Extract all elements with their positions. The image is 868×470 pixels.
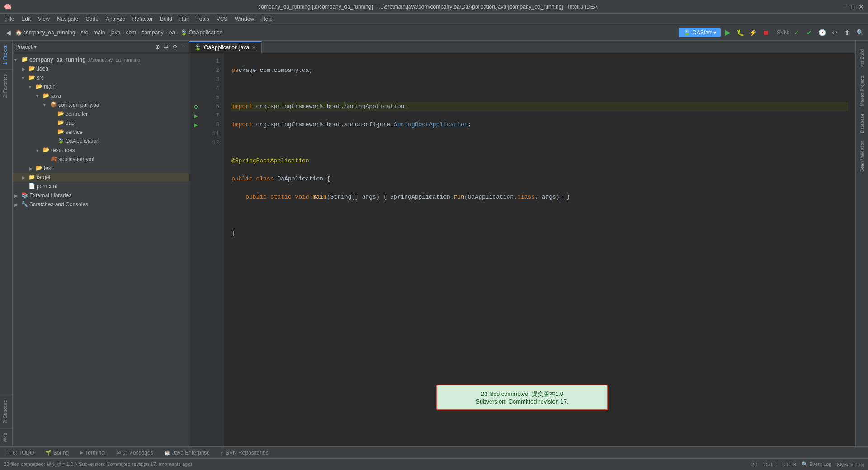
- event-log-button[interactable]: 🔍 Event Log: [802, 461, 832, 467]
- tab-icon: 🍃: [194, 44, 201, 51]
- tab-messages[interactable]: ✉ 0: Messages: [114, 449, 156, 457]
- run-gutter-6[interactable]: ⊕: [194, 102, 198, 111]
- minimize-button[interactable]: ─: [842, 4, 848, 10]
- mybatis-log-button[interactable]: MyBatis Log: [837, 462, 864, 467]
- svn-push-button[interactable]: ⬆: [842, 27, 853, 38]
- tree-item-root[interactable]: ▾ 📁 company_oa_running J:\company_oa_run…: [13, 55, 189, 64]
- sidebar-item-web[interactable]: Web: [0, 428, 12, 446]
- tree-item-application-yml[interactable]: ▶ 🍂 application.yml: [13, 155, 189, 164]
- spring-icon: 🌱: [45, 450, 52, 456]
- stop-button[interactable]: ⏹: [760, 27, 771, 38]
- tree-item-dao[interactable]: ▶ 📂 dao: [13, 119, 189, 128]
- menu-build[interactable]: Build: [156, 15, 176, 23]
- svn-history-button[interactable]: 🕐: [816, 27, 827, 38]
- tree-item-java[interactable]: ▾ 📂 java: [13, 91, 189, 100]
- todo-icon: ☑: [6, 450, 11, 456]
- menu-analyze[interactable]: Analyze: [102, 15, 129, 23]
- gutter-7: ▶: [189, 111, 203, 120]
- tree-item-scratches[interactable]: ▶ 🔧 Scratches and Consoles: [13, 200, 189, 209]
- menu-run[interactable]: Run: [176, 15, 193, 23]
- gutter-2: [189, 66, 203, 75]
- status-position[interactable]: 2:1: [751, 462, 758, 467]
- editor-area: 🍃 OaApplication.java ✕ ⊕ ▶: [189, 41, 855, 446]
- tree-item-controller[interactable]: ▶ 📂 controller: [13, 109, 189, 119]
- project-add-button[interactable]: ⊕: [154, 43, 161, 51]
- tree-item-package[interactable]: ▾ 📦 com.company.oa: [13, 100, 189, 109]
- database-button[interactable]: Database: [857, 108, 868, 139]
- close-button[interactable]: ✕: [858, 4, 864, 10]
- code-line-2: [231, 84, 848, 93]
- menu-tools[interactable]: Tools: [193, 15, 213, 23]
- tree-item-src[interactable]: ▾ 📂 src: [13, 73, 189, 82]
- run-config-icon: 🍃: [684, 29, 690, 36]
- code-line-6: @SpringBootApplication: [231, 157, 848, 166]
- project-sync-button[interactable]: ⇄: [163, 43, 170, 51]
- code-line-4: import org.springframework.boot.autoconf…: [231, 120, 848, 129]
- bean-validation-button[interactable]: Bean Validation: [857, 140, 868, 172]
- svn-tick-button[interactable]: ✔: [804, 27, 815, 38]
- tree-item-target[interactable]: ▶ 📁 target: [13, 173, 189, 182]
- status-encoding[interactable]: CRLF: [764, 462, 777, 467]
- breadcrumb-class[interactable]: 🍃 OaApplication: [180, 29, 222, 36]
- java-enterprise-label: Java Enterprise: [172, 450, 210, 456]
- menu-navigate[interactable]: Navigate: [53, 15, 82, 23]
- maven-projects-button[interactable]: Maven Projects: [857, 75, 868, 107]
- menu-window[interactable]: Window: [231, 15, 258, 23]
- breadcrumb-project[interactable]: 🏠: [15, 29, 22, 36]
- tree-item-resources[interactable]: ▾ 📂 resources: [13, 146, 189, 155]
- run-gutter-8[interactable]: ▶: [194, 120, 198, 129]
- project-minimize-button[interactable]: −: [180, 43, 186, 51]
- sidebar-item-favorites[interactable]: 2: Favorites: [0, 69, 12, 102]
- tree-item-idea[interactable]: ▶ 📂 .idea: [13, 64, 189, 73]
- menu-file[interactable]: File: [2, 15, 18, 23]
- project-settings-button[interactable]: ⚙: [171, 43, 179, 51]
- tab-oaapplication[interactable]: 🍃 OaApplication.java ✕: [189, 41, 262, 53]
- sidebar-item-project[interactable]: 1: Project: [0, 41, 12, 69]
- maximize-button[interactable]: □: [850, 4, 856, 10]
- tab-spring[interactable]: 🌱 Spring: [42, 449, 72, 457]
- tree-item-pom-xml[interactable]: ▶ 📄 pom.xml: [13, 182, 189, 191]
- tab-todo[interactable]: ☑ 6: TODO: [4, 449, 37, 457]
- tree-item-external-libraries[interactable]: ▶ 📚 External Libraries: [13, 191, 189, 200]
- menu-view[interactable]: View: [34, 15, 53, 23]
- gutter-9: [189, 129, 203, 138]
- tab-java-enterprise[interactable]: ☕ Java Enterprise: [161, 449, 212, 457]
- code-line-5: [231, 138, 848, 147]
- svn-icon: ⑃: [221, 450, 224, 456]
- menu-refactor[interactable]: Refactor: [129, 15, 156, 23]
- breadcrumb-src[interactable]: src: [80, 29, 88, 36]
- tab-close-button[interactable]: ✕: [252, 45, 256, 51]
- debug-button[interactable]: 🐛: [735, 27, 746, 38]
- ant-build-button[interactable]: Ant Build: [857, 43, 868, 74]
- menu-code[interactable]: Code: [82, 15, 102, 23]
- menu-help[interactable]: Help: [258, 15, 276, 23]
- right-tools-panel: Ant Build Maven Projects Database Bean V…: [855, 41, 868, 446]
- tab-terminal[interactable]: ▶ Terminal: [77, 449, 108, 457]
- tree-item-service[interactable]: ▶ 📂 service: [13, 128, 189, 137]
- run-config-button[interactable]: 🍃 OAStart ▾: [679, 28, 721, 37]
- run-button[interactable]: ▶: [722, 27, 733, 38]
- back-button[interactable]: ◀: [3, 27, 14, 38]
- search-everywhere-button[interactable]: 🔍: [854, 27, 865, 38]
- svn-area: 🍃 OAStart ▾ ▶ 🐛 ⚡ ⏹ SVN: ✓ ✔ 🕐 ↩ ⬆ 🔍: [679, 27, 865, 38]
- sidebar-item-structure[interactable]: 7: Structure: [0, 395, 12, 428]
- code-area[interactable]: ⊕ ▶ ▶ 1 2 3 4 5 6 7 8: [189, 53, 855, 446]
- breadcrumb-root[interactable]: company_oa_running: [23, 29, 75, 36]
- tab-svn-repositories[interactable]: ⑃ SVN Repositories: [218, 449, 271, 457]
- breadcrumb-java[interactable]: java: [110, 29, 120, 36]
- tree-item-test[interactable]: ▶ 📂 test: [13, 164, 189, 173]
- svn-undo-button[interactable]: ↩: [829, 27, 840, 38]
- menu-edit[interactable]: Edit: [18, 15, 34, 23]
- run-coverage-button[interactable]: ⚡: [748, 27, 759, 38]
- breadcrumb-company[interactable]: company: [142, 29, 164, 36]
- svn-check-button[interactable]: ✓: [791, 27, 802, 38]
- code-line-7: public class OaApplication {: [231, 175, 848, 184]
- status-charset[interactable]: UTF-8: [782, 462, 796, 467]
- breadcrumb-com[interactable]: com: [126, 29, 136, 36]
- tree-item-main[interactable]: ▾ 📂 main: [13, 82, 189, 91]
- tree-item-oaapplication[interactable]: ▶ 🍃 OaApplication: [13, 137, 189, 146]
- breadcrumb-main[interactable]: main: [93, 29, 105, 36]
- menu-vcs[interactable]: VCS: [213, 15, 231, 23]
- run-gutter-7[interactable]: ▶: [194, 111, 198, 120]
- breadcrumb-oa[interactable]: oa: [169, 29, 175, 36]
